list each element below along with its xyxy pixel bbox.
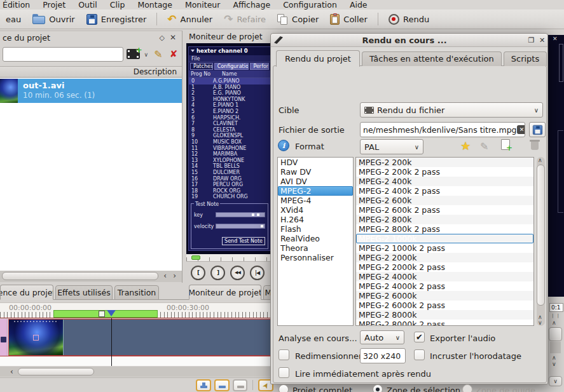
preset-item[interactable]: MPEG-2 8000k 2 pass [356,320,533,326]
restore-window-icon[interactable]: ❐ [526,36,537,44]
preset-scrollbar[interactable]: ∧ ∧∨ [537,157,545,326]
scrollbar-track[interactable] [550,342,561,353]
tab-project-monitor[interactable]: Moniteur de projet [189,285,261,300]
category-item[interactable]: MPEG-4 [278,196,353,205]
clear-input-icon[interactable]: ✕ [517,125,525,134]
monitor-zone-marker[interactable] [191,255,200,260]
category-item[interactable]: Theora [278,243,353,253]
rewind-button[interactable]: ◀◀ [230,266,245,280]
dialog-tab[interactable]: Scripts [504,51,547,66]
category-item[interactable]: MPEG-2 [278,186,353,196]
timecode-spinbox-partial[interactable]: 0:1 [549,303,563,312]
category-item[interactable]: Personnaliser [278,253,353,262]
preset-item[interactable]: MPEG-2 600k [356,196,533,205]
preset-item[interactable]: MPEG-2 6000k [356,291,533,301]
category-item[interactable]: AVI DV [278,177,353,186]
menu-item[interactable]: Outil [78,0,97,10]
play-after-checkbox[interactable] [279,367,289,378]
go-to-start-button[interactable]: |◀ [250,266,265,280]
menu-item[interactable]: Configuration [283,0,337,10]
format-category-list[interactable]: HDVRaw DVAVI DVMPEG-2MPEG-4XVid4H.264Fla… [277,157,354,326]
render-button[interactable]: Rendu [384,13,434,26]
category-item[interactable]: Raw DV [278,167,353,177]
dialog-titlebar[interactable]: Rendu en cours ... ❐ ✕ [271,34,547,47]
close-window-icon[interactable]: ✕ [537,36,547,44]
category-item[interactable]: H.264 [278,215,353,224]
undo-button[interactable]: ↶ Annuler [163,13,217,25]
favorite-star-icon[interactable]: ★ [460,140,471,152]
new-button-partial[interactable]: eau [1,13,25,25]
zone-end-button[interactable]: ] [210,266,225,280]
add-clip-button[interactable]: + ∨ [127,48,148,61]
scrollbar-thumb[interactable] [549,327,562,341]
rescale-checkbox[interactable] [279,349,289,360]
scan-combobox[interactable]: Auto ∨ [360,330,404,344]
tree-column-header[interactable]: Description [0,66,182,78]
delete-clip-button[interactable]: ✘ [167,48,180,61]
menu-item[interactable]: Moniteur [185,0,220,10]
preset-item[interactable]: MPEG-2 4000k [356,272,533,281]
float-panel-icon[interactable]: ◇ [160,34,165,42]
rescale-size-input[interactable]: 320 x240 [360,348,406,363]
timeline-zone[interactable] [53,310,158,318]
up-arrow-icon[interactable]: ∧ [552,320,556,326]
zone-start-button[interactable]: [ [191,266,205,280]
scroll-left-icon[interactable]: ‹ [10,367,13,376]
paste-button[interactable]: Coller [326,13,372,26]
monitor-ruler[interactable] [186,254,273,262]
full-project-radio[interactable] [279,384,289,392]
scrollbar-thumb[interactable] [2,272,158,280]
export-audio-checkbox[interactable]: ✔ [414,332,425,342]
timeline-clip[interactable] [8,319,273,356]
scroll-down-button[interactable]: ∨ [549,376,562,386]
overlay-checkbox[interactable] [414,349,425,360]
new-profile-icon[interactable]: + [501,139,510,150]
menu-item[interactable]: Aide [350,0,368,10]
preset-item[interactable]: MPEG-2 2000k 2 pass [356,262,533,272]
tab-transition[interactable]: Transition [114,285,159,300]
category-item[interactable]: RealVideo [278,234,353,243]
track-tool-button-1[interactable] [196,379,211,391]
browse-save-button[interactable] [529,122,546,137]
project-search-input[interactable] [3,47,123,62]
edit-profile-icon[interactable]: ✎ [480,140,488,152]
zone-handle[interactable] [99,311,105,317]
preset-item[interactable]: MPEG-2 800k 2 pass [356,224,533,234]
guide-zone-radio[interactable] [462,384,472,392]
scroll-right-icon[interactable]: › [173,271,176,280]
preset-item[interactable]: MPEG-2 1000k [356,234,533,243]
format-combobox[interactable]: PAL ∨ [360,139,423,154]
preset-item[interactable]: MPEG-2 6000k 2 pass [356,301,533,310]
tab-project-tree[interactable]: ence du projet [0,285,53,300]
menu-item[interactable]: Clip [110,0,125,10]
timeline-horizontal-scrollbar[interactable]: ‹ [0,367,273,377]
preset-item[interactable]: MPEG-2 2000k [356,253,533,262]
preset-item[interactable]: MPEG-2 800k [356,215,533,224]
scroll-up-icon[interactable]: ∧ [538,157,542,163]
scrollbar-thumb[interactable] [18,368,94,375]
preset-item[interactable]: MPEG-2 8000k [356,310,533,320]
tab-effects[interactable]: Effets utilisés [55,285,113,300]
track-tool-button-2[interactable] [214,379,230,391]
timeline-ruler[interactable]: 00:00:00:00 00:00:30:00 [0,302,273,318]
category-item[interactable]: HDV [278,158,353,167]
scroll-arrows[interactable]: ∧∨ [552,355,556,367]
scroll-arrows[interactable]: ∧∨ [538,314,542,326]
menu-item[interactable]: Affichage [233,0,270,10]
dialog-tab[interactable]: Tâches en attente d'exécution [362,51,502,66]
preset-item[interactable]: MPEG-2 600k 2 pass [356,205,533,215]
scroll-left-icon[interactable]: ‹ [163,271,167,280]
open-button[interactable]: Ouvrir [28,13,79,25]
preset-item[interactable]: MPEG-2 400k 2 pass [356,186,533,196]
cible-combobox[interactable]: Rendu du fichier ∨ [360,102,543,118]
info-icon[interactable]: i [278,140,289,151]
selected-zone-radio[interactable] [373,384,383,392]
dialog-tab[interactable]: Rendu du projet [276,50,360,67]
menu-item[interactable]: Montage [137,0,172,10]
save-button[interactable]: Enregistrer [82,13,151,26]
edit-clip-button[interactable]: ✎ [152,48,165,61]
copy-button[interactable]: Copier [273,13,323,26]
menu-item[interactable]: Édition [3,0,30,10]
preset-item[interactable]: MPEG-2 1000k 2 pass [356,243,533,253]
close-panel-icon[interactable]: ✕ [170,33,176,42]
